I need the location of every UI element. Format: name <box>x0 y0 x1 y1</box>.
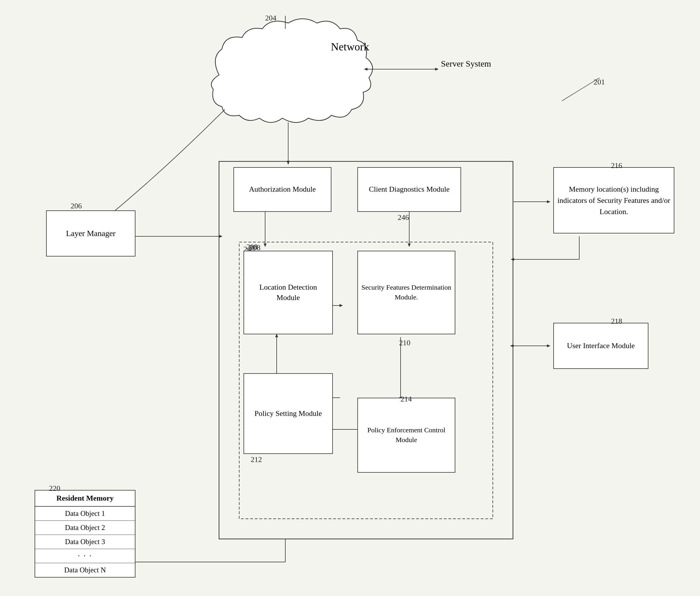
ref-210: 210 <box>399 339 410 347</box>
ref-220: 220 <box>49 484 60 493</box>
layer-manager-label: Layer Manager <box>66 228 116 239</box>
client-diagnostics-label: Client Diagnostics Module <box>369 184 450 195</box>
policy-enforcement-box: Policy Enforcement Control Module <box>357 398 455 473</box>
resident-memory-container: Resident Memory Data Object 1 Data Objec… <box>34 490 135 577</box>
svg-marker-5 <box>287 161 290 165</box>
data-object-1-label: Data Object 1 <box>65 510 105 517</box>
data-object-1-row: Data Object 1 <box>35 507 135 521</box>
ref-216: 216 <box>611 162 622 170</box>
security-features-label: Security Features Determination Module. <box>361 283 452 302</box>
svg-marker-13 <box>408 244 411 247</box>
svg-marker-20 <box>340 304 343 307</box>
svg-marker-34 <box>510 344 514 347</box>
user-interface-box: User Interface Module <box>553 323 648 369</box>
policy-setting-box: Policy Setting Module <box>244 373 333 454</box>
resident-memory-label: Resident Memory <box>56 494 114 502</box>
ref-246: 246 <box>398 213 409 222</box>
svg-marker-1 <box>364 68 368 71</box>
data-object-3-label: Data Object 3 <box>65 538 105 546</box>
data-object-n-row: Data Object N <box>35 563 135 577</box>
data-object-3-row: Data Object 3 <box>35 535 135 549</box>
user-interface-label: User Interface Module <box>567 341 634 351</box>
ref-206: 206 <box>71 202 82 210</box>
svg-marker-38 <box>511 258 514 261</box>
network-cloud-label: Network <box>0 40 700 53</box>
svg-marker-35 <box>547 344 550 347</box>
authorization-module-label: Authorization Module <box>249 184 316 195</box>
data-object-ellipsis-row: · · · <box>35 549 135 563</box>
svg-rect-6 <box>219 162 513 539</box>
client-diagnostics-box: Client Diagnostics Module <box>357 167 461 212</box>
authorization-module-box: Authorization Module <box>233 167 331 212</box>
svg-marker-10 <box>264 244 267 247</box>
ref-201: 201 <box>594 78 605 86</box>
server-system-label: Server System <box>441 58 491 70</box>
svg-marker-32 <box>547 200 550 203</box>
memory-location-box: Memory location(s) including indicators … <box>553 167 674 233</box>
ref-204: 204 <box>265 14 276 23</box>
layer-manager-box: Layer Manager <box>46 210 135 256</box>
data-object-2-label: Data Object 2 <box>65 524 105 531</box>
policy-enforcement-label: Policy Enforcement Control Module <box>361 425 452 445</box>
data-object-2-row: Data Object 2 <box>35 521 135 535</box>
ref-214: 214 <box>401 395 412 403</box>
resident-memory-header: Resident Memory <box>35 491 135 507</box>
memory-location-label: Memory location(s) including indicators … <box>557 183 671 217</box>
diagram: Network 204 201 Server System Layer Mana… <box>0 0 700 596</box>
location-detection-label: Location Detection Module <box>247 282 329 303</box>
svg-marker-2 <box>435 68 439 71</box>
data-object-n-label: Data Object N <box>64 566 106 574</box>
svg-marker-30 <box>219 235 223 238</box>
ref-208-label: 208 <box>246 243 258 251</box>
ref-218: 218 <box>611 317 622 326</box>
security-features-box: Security Features Determination Module. <box>357 251 455 334</box>
ref-212: 212 <box>251 455 262 464</box>
policy-setting-label: Policy Setting Module <box>254 408 322 419</box>
location-detection-box: Location Detection Module <box>244 251 333 334</box>
